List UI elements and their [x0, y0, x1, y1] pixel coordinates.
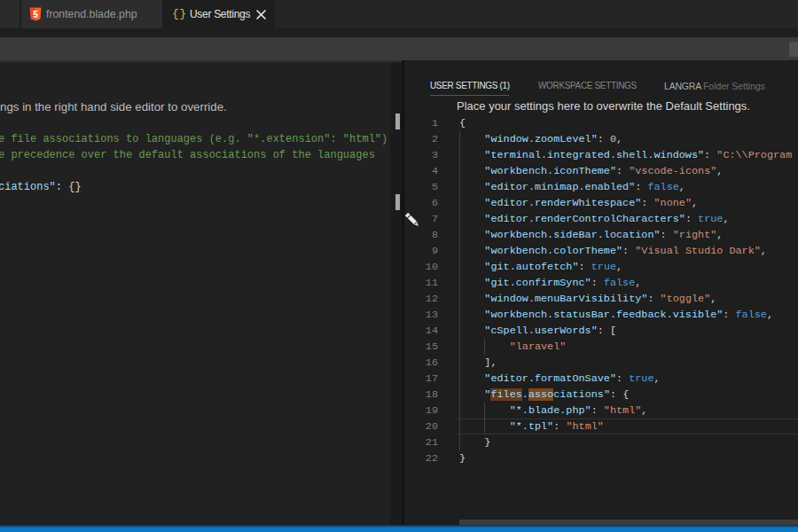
- svg-text:5: 5: [33, 9, 38, 19]
